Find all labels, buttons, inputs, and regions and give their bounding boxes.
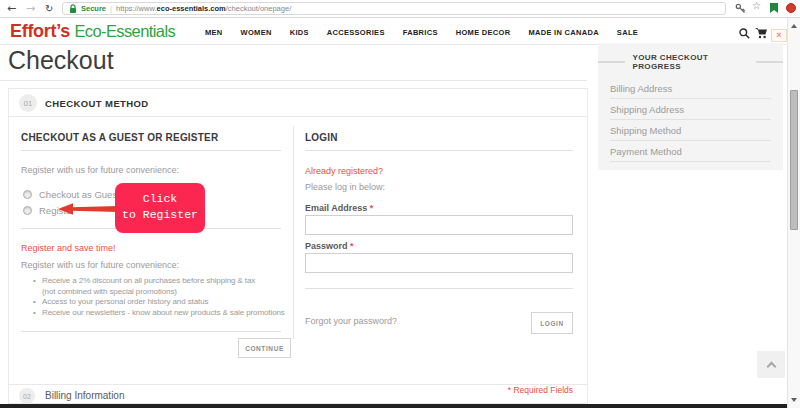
nav-item-sale[interactable]: SALE bbox=[617, 28, 638, 37]
click-to-register-callout: Click to Register bbox=[115, 183, 205, 233]
url-domain: eco-essentials.com bbox=[157, 4, 226, 13]
login-instruction: Please log in below: bbox=[305, 182, 385, 192]
logo-primary: Effort’s bbox=[10, 21, 70, 41]
cart-icon[interactable] bbox=[755, 28, 768, 39]
title-divider bbox=[0, 80, 587, 81]
radio-row-guest: Checkout as Guest bbox=[23, 189, 120, 200]
benefit-text: Receive a 2% discount on all purchases b… bbox=[42, 276, 255, 287]
bullet-icon: • bbox=[33, 297, 37, 308]
benefit-item: • Access to your personal order history … bbox=[33, 297, 285, 308]
url-path: /checkout/onepage/ bbox=[226, 4, 291, 13]
register-benefits-intro: Register with us for future convenience: bbox=[21, 260, 179, 270]
bullet-spacer bbox=[33, 287, 37, 298]
bullet-icon: • bbox=[33, 308, 37, 319]
bookmark-star-icon[interactable]: ☆ bbox=[752, 0, 761, 11]
benefit-item: • Receive our newsletters - know about n… bbox=[33, 308, 285, 319]
password-field[interactable] bbox=[305, 253, 573, 273]
column-divider bbox=[293, 126, 294, 339]
scrollbar-thumb[interactable] bbox=[790, 90, 798, 230]
step-number-badge: 02 bbox=[19, 388, 35, 404]
forgot-password-link[interactable]: Forgot your password? bbox=[305, 316, 397, 326]
benefit-note: (not combined with special promotions) bbox=[33, 287, 285, 298]
password-label-text: Password bbox=[305, 241, 348, 251]
register-intro: Register with us for future convenience: bbox=[21, 165, 179, 175]
logo-secondary: Eco-Essentials bbox=[74, 22, 175, 40]
divider bbox=[305, 150, 573, 151]
flag-extension-icon[interactable] bbox=[769, 3, 779, 14]
register-save-text: Register and save time! bbox=[21, 243, 116, 253]
progress-list: Billing Address Shipping Address Shippin… bbox=[598, 78, 783, 162]
window-bottom-edge bbox=[0, 404, 787, 408]
browser-refresh-icon[interactable]: ↻ bbox=[45, 1, 53, 16]
benefits-list: • Receive a 2% discount on all purchases… bbox=[33, 276, 285, 318]
password-label: Password * bbox=[305, 241, 354, 251]
url-scheme: https://www. bbox=[116, 4, 156, 13]
heading-text: YOUR CHECKOUT PROGRESS bbox=[632, 53, 748, 71]
scroll-up-arrow-icon[interactable] bbox=[791, 24, 797, 28]
address-bar[interactable]: Secure | https://www.eco-essentials.com/… bbox=[62, 2, 726, 15]
secure-label: Secure bbox=[81, 4, 106, 13]
chevron-up-icon bbox=[766, 361, 776, 371]
heading-rule bbox=[756, 61, 783, 63]
nav-item-accessories[interactable]: ACCESSORIES bbox=[327, 28, 385, 37]
radio-guest-label[interactable]: Checkout as Guest bbox=[39, 189, 120, 200]
nav-item-made-in-canada[interactable]: MADE IN CANADA bbox=[528, 28, 598, 37]
progress-item-billing-address: Billing Address bbox=[610, 78, 771, 99]
email-label: Email Address * bbox=[305, 203, 373, 213]
heading-rule bbox=[598, 61, 625, 63]
nav-item-fabrics[interactable]: FABRICS bbox=[403, 28, 438, 37]
email-label-text: Email Address bbox=[305, 203, 367, 213]
benefit-item: • Receive a 2% discount on all purchases… bbox=[33, 276, 285, 287]
required-asterisk: * bbox=[370, 203, 374, 213]
required-asterisk: * bbox=[350, 241, 354, 251]
login-button[interactable]: LOGIN bbox=[531, 312, 573, 334]
step-header-01: 01 CHECKOUT METHOD bbox=[9, 89, 587, 117]
back-to-top-button[interactable] bbox=[757, 351, 785, 378]
browser-forward-icon[interactable]: → bbox=[26, 1, 35, 16]
divider bbox=[21, 150, 281, 151]
checkout-method-section: 01 CHECKOUT METHOD CHECKOUT AS A GUEST O… bbox=[8, 88, 588, 404]
red-extension-icon[interactable] bbox=[786, 3, 796, 13]
browser-back-icon[interactable]: ← bbox=[7, 1, 16, 16]
url-separator: | bbox=[110, 4, 112, 13]
progress-item-shipping-address: Shipping Address bbox=[610, 99, 771, 120]
bullet-icon: • bbox=[33, 276, 37, 287]
search-icon[interactable] bbox=[739, 28, 750, 39]
guest-register-heading: CHECKOUT AS A GUEST OR REGISTER bbox=[21, 132, 218, 143]
callout-line1: Click bbox=[115, 191, 205, 207]
callout-line2: to Register bbox=[115, 207, 205, 223]
progress-item-payment-method: Payment Method bbox=[610, 141, 771, 162]
divider bbox=[305, 288, 573, 289]
nav-item-women[interactable]: WOMEN bbox=[241, 28, 272, 37]
benefit-text: Access to your personal order history an… bbox=[42, 297, 208, 308]
vertical-scrollbar[interactable] bbox=[787, 18, 800, 408]
page-title: Checkout bbox=[8, 46, 114, 75]
close-icon[interactable]: × bbox=[771, 29, 787, 42]
key-icon[interactable] bbox=[735, 3, 746, 14]
email-field[interactable] bbox=[305, 215, 573, 235]
url-text: https://www.eco-essentials.com/checkout/… bbox=[116, 4, 291, 13]
annotation-arrow bbox=[58, 201, 118, 217]
benefit-text: Receive our newsletters - know about new… bbox=[42, 308, 285, 319]
step-number-badge: 01 bbox=[19, 94, 37, 112]
padlock-icon bbox=[69, 4, 77, 14]
divider bbox=[21, 331, 281, 332]
radio-register[interactable] bbox=[23, 206, 32, 215]
browser-toolbar: ← → ↻ Secure | https://www.eco-essential… bbox=[0, 0, 800, 18]
login-heading: LOGIN bbox=[305, 132, 338, 143]
nav-item-men[interactable]: MEN bbox=[205, 28, 223, 37]
scroll-down-arrow-icon[interactable] bbox=[791, 398, 797, 402]
radio-checkout-as-guest[interactable] bbox=[23, 190, 32, 199]
checkout-progress-heading: YOUR CHECKOUT PROGRESS bbox=[598, 43, 783, 71]
step-title: CHECKOUT METHOD bbox=[45, 98, 149, 109]
benefit-note-text: (not combined with special promotions) bbox=[42, 287, 177, 298]
nav-item-home-decor[interactable]: HOME DECOR bbox=[456, 28, 511, 37]
step-title: Billing Information bbox=[45, 390, 124, 401]
main-navigation: MEN WOMEN KIDS ACCESSORIES FABRICS HOME … bbox=[205, 28, 638, 37]
site-logo[interactable]: Effort’s Eco-Essentials bbox=[10, 21, 175, 42]
nav-item-kids[interactable]: KIDS bbox=[290, 28, 309, 37]
checkout-progress-panel: YOUR CHECKOUT PROGRESS Billing Address S… bbox=[598, 43, 783, 170]
billing-information-section[interactable]: 02 Billing Information bbox=[9, 384, 587, 405]
progress-item-shipping-method: Shipping Method bbox=[610, 120, 771, 141]
continue-button[interactable]: CONTINUE bbox=[238, 338, 291, 358]
